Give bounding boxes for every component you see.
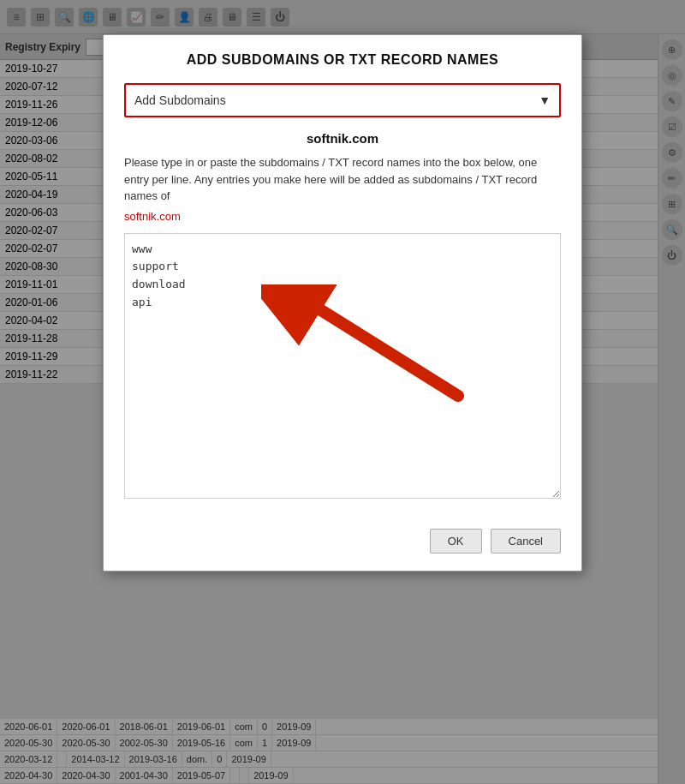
modal-domain-name: softnik.com [124,131,561,146]
modal-description: Please type in or paste the subdomains /… [124,154,561,205]
textarea-wrapper [124,233,561,515]
ok-button[interactable]: OK [430,529,482,554]
cancel-button[interactable]: Cancel [491,529,561,554]
modal-dialog: ADD SUBDOMAINS OR TXT RECORD NAMES Add S… [103,34,582,572]
subdomains-textarea[interactable] [124,233,561,499]
modal-overlay: ADD SUBDOMAINS OR TXT RECORD NAMES Add S… [0,0,685,784]
modal-button-row: OK Cancel [124,529,561,554]
add-type-dropdown[interactable]: Add SubdomainsAdd TXT Record Names [126,85,559,116]
modal-title: ADD SUBDOMAINS OR TXT RECORD NAMES [124,52,561,68]
modal-domain-link: softnik.com [124,210,561,223]
dropdown-wrapper: Add SubdomainsAdd TXT Record Names ▼ [124,83,561,117]
